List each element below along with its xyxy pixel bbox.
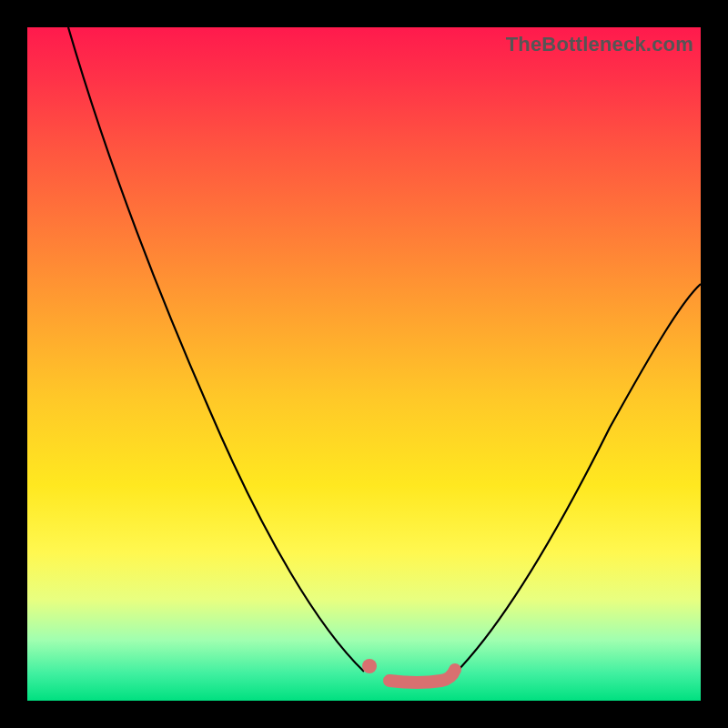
left-curve (68, 27, 364, 672)
marker-dot (362, 659, 377, 673)
chart-frame: TheBottleneck.com (27, 27, 701, 701)
marker-band (389, 670, 455, 682)
right-curve (453, 284, 701, 675)
chart-svg (27, 27, 701, 701)
